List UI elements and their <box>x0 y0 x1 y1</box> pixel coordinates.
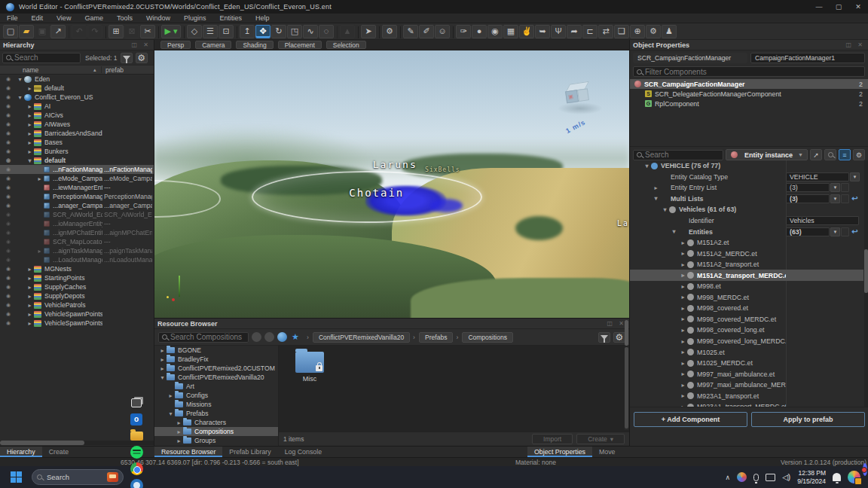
entity-instance-selector[interactable]: Entity instance ▼ <box>726 149 808 160</box>
expand-arrow-icon[interactable]: ▸ <box>680 316 686 322</box>
hierarchy-row[interactable]: ◉ ...ioManagerEntity_1 --- <box>0 219 154 228</box>
toolbar-button[interactable]: ∿ <box>303 25 318 38</box>
window-control-button[interactable]: ✕ <box>848 0 868 14</box>
visibility-eye-icon[interactable]: ◉ <box>0 185 17 191</box>
viewport-mode-button[interactable]: Placement <box>278 41 322 49</box>
toolbar-button[interactable]: ▲ <box>340 25 355 38</box>
hierarchy-row[interactable]: ◉ ▸ AI <box>0 102 154 111</box>
filter-core-icon[interactable] <box>264 332 274 342</box>
toolbar-button[interactable]: ✑ <box>456 25 471 38</box>
taskbar-app-button[interactable] <box>862 466 868 472</box>
expand-arrow-icon[interactable]: ▸ <box>26 130 33 137</box>
visibility-eye-icon[interactable]: ◉ <box>0 230 17 236</box>
property-row[interactable]: ▸ M997_maxi_ambulance.et ▼ ↩ <box>630 368 863 380</box>
toolbar-button[interactable]: ▦ <box>503 25 518 38</box>
expand-arrow-icon[interactable]: ▸ <box>653 185 659 191</box>
menu-item[interactable]: Window <box>139 14 177 22</box>
expand-arrow-icon[interactable]: ▸ <box>159 356 166 363</box>
dock-tab[interactable]: Move <box>592 447 622 457</box>
expand-arrow-icon[interactable]: ▸ <box>26 320 33 327</box>
visibility-eye-icon[interactable]: ◉ <box>0 212 17 218</box>
visibility-eye-icon[interactable]: ◉ <box>0 275 17 281</box>
taskbar-app-button[interactable] <box>128 395 145 411</box>
toolbar-button[interactable]: ▶ ▾ <box>161 25 181 38</box>
visibility-eye-icon[interactable]: ◉ <box>0 239 17 245</box>
taskbar-app-button[interactable] <box>128 428 145 444</box>
visibility-eye-icon[interactable]: ◉ <box>0 139 17 145</box>
toolbar-button[interactable]: ◳ <box>287 25 302 38</box>
start-button-icon[interactable] <box>11 471 23 483</box>
property-row[interactable]: ▾ Multi Lists (3) ▼ ↩ <box>630 194 863 205</box>
hierarchy-row[interactable]: ◉ ▸ MGNests <box>0 264 154 273</box>
dock-tab[interactable]: Object Properties <box>527 447 592 457</box>
property-row[interactable]: Identifier Vehicles ▼ ↩ <box>630 215 863 227</box>
component-row[interactable]: SCR_CampaignFactionManager 2 <box>630 79 868 89</box>
expand-arrow-icon[interactable]: ▸ <box>26 148 33 155</box>
hierarchy-row[interactable]: ◉ ▸ BarricadesAndSandbags <box>0 129 154 138</box>
visibility-eye-icon[interactable]: ◉ <box>0 320 17 326</box>
expand-arrow-icon[interactable]: ▸ <box>680 360 686 367</box>
column-header-prefab[interactable]: prefab <box>105 66 124 74</box>
tray-app-icon[interactable] <box>737 472 747 482</box>
scrollbar-thumb[interactable] <box>625 347 628 429</box>
viewport-mode-button[interactable]: Camera <box>195 41 231 49</box>
notifications-bell-icon[interactable] <box>833 473 841 481</box>
expand-arrow-icon[interactable]: ▸ <box>680 283 686 290</box>
value-mini-box[interactable] <box>841 194 849 203</box>
entity-class-field[interactable]: SCR_CampaignFactionManager <box>633 53 747 63</box>
toolbar-button[interactable]: ● <box>472 25 487 38</box>
hierarchy-row[interactable]: ◉ ...ignMPChatEntity_1 ...aignMPChatEnti… <box>0 228 154 237</box>
expand-arrow-icon[interactable]: ▾ <box>17 94 23 101</box>
expand-arrow-icon[interactable]: ▸ <box>680 272 686 279</box>
resource-tree-row[interactable]: Missions <box>154 400 278 409</box>
hierarchy-row[interactable]: ◉ ▸ Bunkers <box>0 147 154 156</box>
menu-item[interactable]: Tools <box>110 14 139 22</box>
resource-tree-row[interactable]: ▸ BGONE <box>154 346 278 355</box>
visibility-eye-icon[interactable]: ◉ <box>0 112 17 118</box>
tray-chevron-icon[interactable]: ∧ <box>726 474 731 481</box>
hierarchy-row[interactable]: ◉ SCR_AIWorld_Eden_1 SCR_AIWorld_Eden <box>0 210 154 219</box>
expand-arrow-icon[interactable]: ▾ <box>26 157 33 164</box>
scrollbar-thumb[interactable] <box>625 320 628 346</box>
taskbar-search-input[interactable]: Search <box>32 469 124 485</box>
property-row[interactable]: ▾ Vehicles (61 of 63) ▼ ↩ <box>630 204 863 215</box>
property-value-box[interactable]: VEHICLE <box>786 172 849 181</box>
hierarchy-row[interactable]: ◉ ▸ default <box>0 84 154 93</box>
toolbar-button[interactable]: ☺ <box>435 25 450 38</box>
toolbar-button[interactable]: ▣ <box>35 25 50 38</box>
toolbar-button[interactable]: Ψ <box>551 25 566 38</box>
property-row[interactable]: ▸ M998_covered.et ▼ ↩ <box>630 303 863 314</box>
menu-item[interactable]: File <box>0 14 25 22</box>
visibility-eye-icon[interactable]: ◉ <box>0 248 17 254</box>
expand-arrow-icon[interactable]: ▸ <box>680 392 686 399</box>
filter-addons-icon[interactable] <box>252 332 261 342</box>
toolbar-button[interactable]: ➤ <box>361 25 376 38</box>
expand-arrow-icon[interactable]: ▸ <box>26 139 33 146</box>
resource-tree-row[interactable]: ▸ Characters <box>154 418 278 427</box>
favorites-star-icon[interactable]: ★ <box>292 332 299 342</box>
viewport-mode-button[interactable]: Persp <box>160 41 191 49</box>
dock-tab[interactable]: Resource Browser <box>154 447 222 457</box>
expand-arrow-icon[interactable]: ▸ <box>167 392 174 399</box>
hierarchy-row[interactable]: ◉ ▸ ...eMode_Campaign1 ...eMode_Campaign <box>0 174 154 183</box>
toolbar-button[interactable]: ⊠ <box>124 25 139 38</box>
create-button[interactable]: Create▾ <box>576 434 625 444</box>
hierarchy-row[interactable]: ◉ ▸ VehiclePatrols <box>0 300 154 310</box>
property-row[interactable]: ▸ M998_covered_MERDC.et ▼ ↩ <box>630 314 863 325</box>
filter-world-icon[interactable] <box>277 332 287 342</box>
property-row[interactable]: ▸ M923A1_transport.et ▼ ↩ <box>630 390 863 401</box>
property-row[interactable]: ▸ M151A2_transport_MERDC.et ▼ ↩ <box>630 270 863 281</box>
toolbar-button[interactable]: ↻ <box>271 25 286 38</box>
revert-icon[interactable]: ↩ <box>850 194 860 203</box>
property-row[interactable]: ▸ M997_maxi_ambulance_MERDC.et ▼ ↩ <box>630 380 863 391</box>
hierarchy-row[interactable]: ◉ ▸ ...aignTaskManager_1 ...paignTaskMan… <box>0 246 154 255</box>
dock-tab[interactable]: Hierarchy <box>0 447 42 457</box>
add-component-button[interactable]: + Add Component <box>634 412 747 427</box>
expand-arrow-icon[interactable]: ▸ <box>26 302 33 309</box>
property-search-input[interactable]: Search <box>633 150 723 160</box>
hierarchy-row[interactable]: ◉ ...anager_Campaign1 ...anager_Campaign <box>0 201 154 210</box>
visibility-eye-icon[interactable]: ◉ <box>0 94 17 100</box>
expand-arrow-icon[interactable]: ▸ <box>26 85 33 92</box>
toolbar-button[interactable]: ◇ <box>187 25 202 38</box>
visibility-eye-icon[interactable]: ◉ <box>0 76 17 82</box>
